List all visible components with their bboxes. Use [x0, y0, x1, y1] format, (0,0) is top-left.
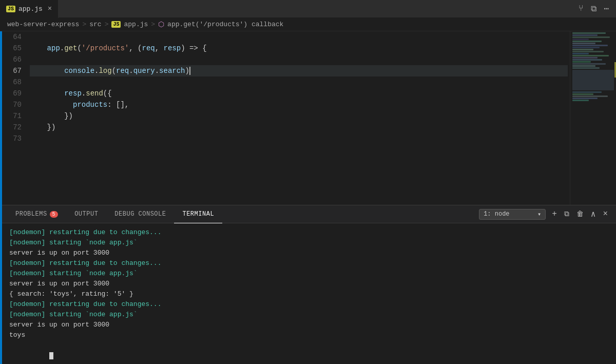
line-num-66: 66: [6, 54, 22, 65]
code-line-65: app.get('/products', (req, resp) => {: [30, 43, 568, 54]
js-badge: JS: [111, 21, 121, 28]
editor-container: 64 65 66 67 68 69 70 71 72 73 app.get('/…: [2, 31, 616, 364]
tab-terminal[interactable]: TERMINAL: [174, 205, 222, 223]
terminal-line-10: server is up on port 3000: [9, 320, 609, 330]
line-num-64: 64: [6, 31, 22, 43]
minimap-line: [572, 51, 604, 52]
minimap-line: [572, 55, 609, 56]
terminal-line-5: [nodemon] starting `node app.js`: [9, 269, 609, 279]
line-num-65: 65: [6, 43, 22, 54]
breadcrumb-sep-3: >: [151, 21, 155, 28]
debug-console-label: DEBUG CONSOLE: [114, 210, 166, 218]
minimap-line: [572, 53, 589, 54]
close-panel-icon[interactable]: ×: [602, 208, 609, 220]
tab-output[interactable]: OUTPUT: [66, 205, 106, 223]
breadcrumb-part-3[interactable]: app.js: [124, 21, 148, 28]
minimap-line: [572, 91, 602, 93]
line-num-68: 68: [6, 76, 22, 88]
terminal-selector-label: 1: node: [484, 210, 509, 218]
output-label: OUTPUT: [74, 210, 98, 218]
minimap-line: [572, 39, 589, 40]
problems-label: PROBLEMS: [15, 210, 47, 218]
terminal-line-9: [nodemon] starting `node app.js`: [9, 310, 609, 320]
minimap-line: [572, 57, 598, 59]
terminal-selector[interactable]: 1: node ▾: [479, 209, 546, 220]
minimap-line: [572, 93, 593, 95]
minimap-line: [572, 67, 600, 69]
line-num-71: 71: [6, 110, 22, 122]
minimap-viewport: [572, 70, 614, 90]
terminal-line-1: [nodemon] restarting due to changes...: [9, 227, 609, 238]
minimap-line: [572, 59, 602, 61]
code-line-73: [30, 133, 568, 144]
code-editor[interactable]: 64 65 66 67 68 69 70 71 72 73 app.get('/…: [2, 31, 616, 205]
minimap-line: [572, 47, 600, 48]
breadcrumb-part-2[interactable]: src: [89, 21, 101, 28]
panel: PROBLEMS 5 OUTPUT DEBUG CONSOLE TERMINAL…: [2, 205, 616, 364]
minimap-line: [572, 100, 589, 101]
breadcrumb-part-1[interactable]: web-server-express: [7, 21, 79, 28]
main-area: 64 65 66 67 68 69 70 71 72 73 app.get('/…: [0, 31, 616, 364]
terminal-line-4: [nodemon] restarting due to changes...: [9, 258, 609, 269]
minimap-line: [572, 34, 598, 36]
more-actions-icon[interactable]: ⋯: [604, 4, 609, 14]
tab-bar-left: JS app.js ×: [0, 0, 59, 18]
minimap-line: [572, 95, 608, 97]
code-line-69: resp.send({: [30, 88, 568, 99]
split-editor-icon[interactable]: ⧉: [591, 4, 596, 14]
line-num-69: 69: [6, 88, 22, 99]
minimap-line: [572, 43, 595, 44]
chevron-down-icon: ▾: [537, 210, 541, 218]
tab-appjs[interactable]: JS app.js ×: [0, 0, 59, 18]
terminal-line-12: [9, 340, 609, 364]
breadcrumb: web-server-express > src > JS app.js > ⬡…: [0, 18, 616, 31]
minimap-line: [572, 45, 608, 46]
line-num-67: 67: [6, 65, 22, 76]
panel-controls: 1: node ▾ + ⧉ 🗑 ∧ ×: [479, 208, 611, 220]
code-content[interactable]: app.get('/products', (req, resp) => { co…: [28, 31, 570, 205]
delete-terminal-icon[interactable]: 🗑: [575, 209, 585, 219]
panel-tabs: PROBLEMS 5 OUTPUT DEBUG CONSOLE TERMINAL…: [2, 205, 616, 223]
cursor: [189, 67, 190, 75]
code-line-66: [30, 54, 568, 65]
source-control-icon[interactable]: ⑂: [579, 4, 584, 13]
problems-badge: 5: [50, 211, 59, 218]
terminal-content[interactable]: [nodemon] restarting due to changes... […: [2, 223, 616, 364]
minimap-content: [570, 31, 616, 103]
line-num-72: 72: [6, 122, 22, 133]
add-terminal-icon[interactable]: +: [551, 208, 558, 220]
line-numbers: 64 65 66 67 68 69 70 71 72 73: [2, 31, 28, 205]
terminal-cursor: [49, 352, 53, 359]
tab-problems[interactable]: PROBLEMS 5: [7, 205, 66, 223]
breadcrumb-sep-1: >: [82, 21, 86, 28]
maximize-panel-icon[interactable]: ∧: [590, 208, 597, 220]
minimap-line: [572, 98, 598, 99]
breadcrumb-part-4[interactable]: app.get('/products') callback: [167, 21, 283, 28]
split-terminal-icon[interactable]: ⧉: [563, 209, 570, 219]
line-num-70: 70: [6, 99, 22, 110]
minimap-line: [572, 61, 591, 63]
terminal-label: TERMINAL: [182, 210, 214, 218]
minimap-line: [572, 41, 602, 42]
minimap-line: [572, 36, 610, 38]
terminal-line-7: { search: 'toys', rating: '5' }: [9, 289, 609, 299]
code-line-71: }): [30, 110, 568, 122]
tab-bar: JS app.js × ⑂ ⧉ ⋯: [0, 0, 616, 18]
terminal-line-11: toys: [9, 330, 609, 340]
minimap-line: [572, 63, 606, 65]
tab-bar-actions: ⑂ ⧉ ⋯: [579, 4, 616, 14]
tab-filename: app.js: [18, 5, 43, 13]
terminal-line-2: [nodemon] starting `node app.js`: [9, 238, 609, 248]
close-tab-button[interactable]: ×: [48, 5, 52, 13]
terminal-line-8: [nodemon] restarting due to changes...: [9, 299, 609, 310]
code-line-70: products: [],: [30, 99, 568, 110]
minimap-line: [572, 65, 595, 67]
code-line-68: [30, 76, 568, 88]
code-line-67: console.log(req.query.search): [30, 65, 568, 76]
tab-debug-console[interactable]: DEBUG CONSOLE: [106, 205, 174, 223]
minimap-line: [572, 32, 606, 34]
breadcrumb-sep-2: >: [105, 21, 109, 28]
cube-icon: ⬡: [158, 20, 164, 29]
code-line-72: }): [30, 122, 568, 133]
terminal-line-3: server is up on port 3000: [9, 248, 609, 258]
